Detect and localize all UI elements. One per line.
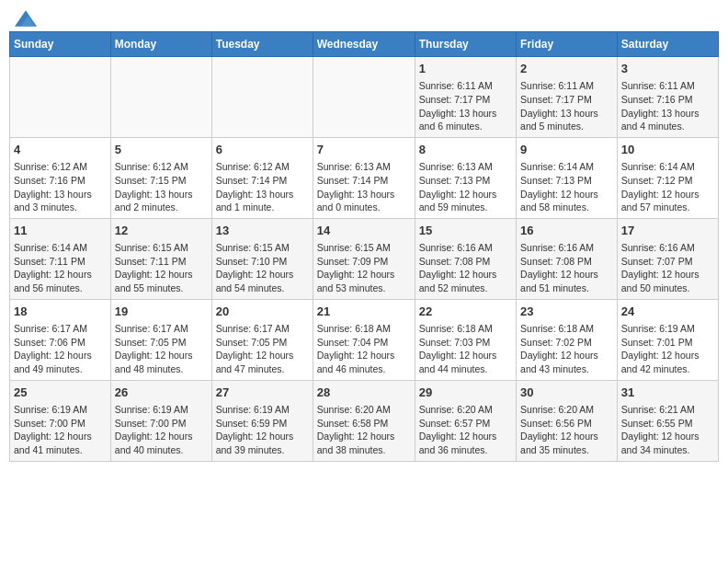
calendar-cell: 16Sunrise: 6:16 AMSunset: 7:08 PMDayligh… [517,218,618,299]
day-info-line: Sunrise: 6:15 AM [317,241,411,255]
calendar-cell: 28Sunrise: 6:20 AMSunset: 6:58 PMDayligh… [313,380,415,461]
day-info-line: Daylight: 13 hours [14,188,107,201]
day-info-line: Daylight: 12 hours [520,188,613,201]
day-info-line: Sunrise: 6:20 AM [317,403,411,417]
day-info-line: and 55 minutes. [115,282,208,295]
day-info-line: Sunrise: 6:11 AM [621,79,714,93]
day-info-line: Sunrise: 6:16 AM [621,241,714,255]
day-number: 31 [621,385,714,401]
day-number: 3 [621,61,714,77]
day-info-line: Sunset: 6:57 PM [419,417,512,431]
day-info-line: and 34 minutes. [621,443,714,457]
week-row-3: 11Sunrise: 6:14 AMSunset: 7:11 PMDayligh… [10,218,719,299]
day-info-line: and 1 minute. [216,201,309,214]
logo [13,9,37,24]
day-info-line: and 57 minutes. [621,201,714,214]
day-info-line: Sunset: 7:09 PM [317,255,411,269]
day-info-line: Sunset: 7:08 PM [520,255,613,269]
calendar-cell: 17Sunrise: 6:16 AMSunset: 7:07 PMDayligh… [617,218,718,299]
day-number: 12 [115,223,208,239]
day-info-line: and 3 minutes. [14,201,107,214]
day-info-line: Sunrise: 6:16 AM [520,241,613,255]
day-info-line: Sunrise: 6:15 AM [216,241,309,255]
day-header-friday: Friday [517,32,618,57]
calendar-cell: 5Sunrise: 6:12 AMSunset: 7:15 PMDaylight… [110,137,211,218]
calendar-cell: 29Sunrise: 6:20 AMSunset: 6:57 PMDayligh… [415,380,516,461]
day-info-line: Daylight: 12 hours [419,349,512,362]
calendar-cell: 24Sunrise: 6:19 AMSunset: 7:01 PMDayligh… [617,299,718,380]
day-info-line: Sunset: 7:07 PM [621,255,714,269]
day-info-line: Sunrise: 6:12 AM [216,160,309,174]
day-info-line: Sunset: 7:16 PM [14,174,107,188]
day-number: 25 [14,385,107,401]
day-header-sunday: Sunday [10,32,111,57]
calendar-cell [313,57,415,138]
day-number: 27 [216,385,309,401]
day-info-line: Sunset: 7:17 PM [520,93,613,107]
day-info-line: Sunrise: 6:14 AM [520,160,613,174]
day-info-line: and 47 minutes. [216,362,309,376]
day-info-line: Daylight: 13 hours [621,107,714,121]
day-info-line: and 52 minutes. [419,282,512,295]
day-info-line: Daylight: 12 hours [115,349,208,362]
calendar-cell: 1Sunrise: 6:11 AMSunset: 7:17 PMDaylight… [415,57,516,138]
day-info-line: Sunrise: 6:13 AM [317,160,411,174]
calendar-cell: 30Sunrise: 6:20 AMSunset: 6:56 PMDayligh… [517,380,618,461]
day-info-line: Daylight: 12 hours [621,268,714,282]
day-info-line: Sunset: 7:05 PM [216,336,309,350]
day-info-line: Sunrise: 6:19 AM [115,403,208,417]
day-info-line: Sunrise: 6:21 AM [621,403,714,417]
calendar-cell: 18Sunrise: 6:17 AMSunset: 7:06 PMDayligh… [10,299,111,380]
day-info-line: Sunrise: 6:18 AM [520,322,613,336]
day-info-line: Daylight: 12 hours [216,268,309,282]
day-info-line: Daylight: 13 hours [216,188,309,201]
day-number: 10 [621,142,714,158]
calendar-cell: 12Sunrise: 6:15 AMSunset: 7:11 PMDayligh… [110,218,211,299]
day-info-line: Sunset: 7:00 PM [14,417,107,431]
day-info-line: Sunrise: 6:17 AM [14,322,107,336]
day-info-line: Sunrise: 6:20 AM [520,403,613,417]
day-info-line: Sunrise: 6:19 AM [216,403,309,417]
day-info-line: Sunset: 7:05 PM [115,336,208,350]
day-info-line: Sunset: 7:02 PM [520,336,613,350]
calendar-cell: 26Sunrise: 6:19 AMSunset: 7:00 PMDayligh… [110,380,211,461]
day-header-tuesday: Tuesday [211,32,313,57]
day-info-line: Daylight: 12 hours [216,349,309,362]
day-number: 20 [216,304,309,320]
day-info-line: Daylight: 12 hours [520,349,613,362]
day-number: 6 [216,142,309,158]
day-info-line: Daylight: 12 hours [216,430,309,443]
day-number: 15 [419,223,512,239]
day-info-line: and 53 minutes. [317,282,411,295]
day-info-line: Sunrise: 6:20 AM [419,403,512,417]
day-info-line: and 48 minutes. [115,362,208,376]
day-info-line: Sunrise: 6:11 AM [520,79,613,93]
day-info-line: and 43 minutes. [520,362,613,376]
day-info-line: Daylight: 12 hours [14,349,107,362]
day-number: 28 [317,385,411,401]
calendar-cell: 14Sunrise: 6:15 AMSunset: 7:09 PMDayligh… [313,218,415,299]
day-info-line: Sunset: 7:16 PM [621,93,714,107]
calendar-cell: 19Sunrise: 6:17 AMSunset: 7:05 PMDayligh… [110,299,211,380]
calendar-cell: 31Sunrise: 6:21 AMSunset: 6:55 PMDayligh… [617,380,718,461]
day-number: 11 [14,223,107,239]
day-info-line: and 42 minutes. [621,362,714,376]
day-info-line: and 56 minutes. [14,282,107,295]
day-info-line: Sunrise: 6:17 AM [216,322,309,336]
day-info-line: and 46 minutes. [317,362,411,376]
day-info-line: Sunset: 7:11 PM [14,255,107,269]
logo-icon [15,9,37,28]
calendar-cell: 13Sunrise: 6:15 AMSunset: 7:10 PMDayligh… [211,218,313,299]
day-info-line: Sunset: 7:15 PM [115,174,208,188]
day-info-line: and 38 minutes. [317,443,411,457]
calendar-cell: 25Sunrise: 6:19 AMSunset: 7:00 PMDayligh… [10,380,111,461]
calendar-cell: 6Sunrise: 6:12 AMSunset: 7:14 PMDaylight… [211,137,313,218]
day-info-line: Sunset: 7:00 PM [115,417,208,431]
day-info-line: Sunset: 7:03 PM [419,336,512,350]
day-info-line: Sunset: 6:58 PM [317,417,411,431]
day-header-thursday: Thursday [415,32,516,57]
day-info-line: Sunrise: 6:18 AM [419,322,512,336]
day-info-line: Daylight: 13 hours [419,107,512,121]
day-info-line: and 40 minutes. [115,443,208,457]
day-info-line: Sunset: 7:13 PM [419,174,512,188]
